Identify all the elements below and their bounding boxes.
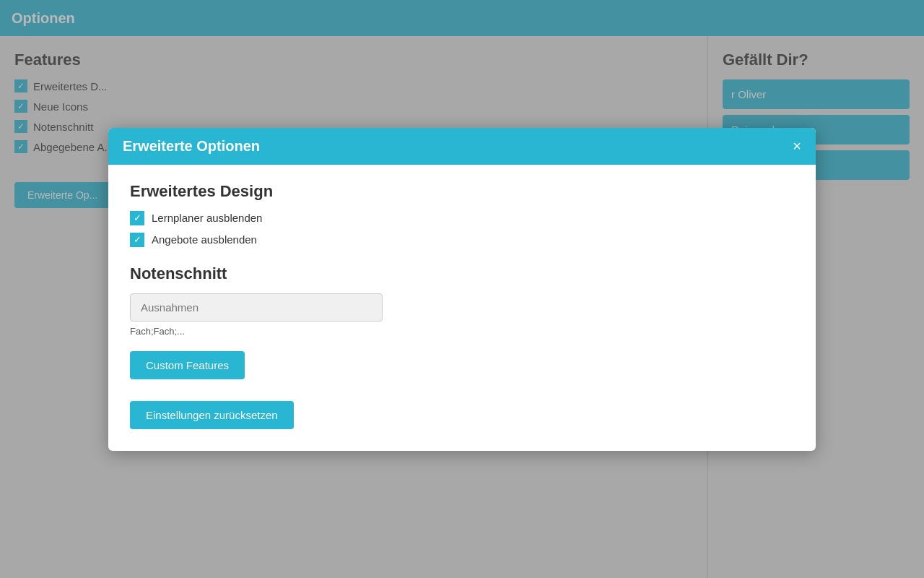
lernplaner-row: Lernplaner ausblenden <box>130 211 794 225</box>
custom-features-button[interactable]: Custom Features <box>130 351 245 379</box>
modal-header: Erweiterte Optionen × <box>108 128 816 165</box>
modal-title: Erweiterte Optionen <box>123 138 260 155</box>
erweitertes-design-section: Erweitertes Design Lernplaner ausblenden… <box>130 182 794 247</box>
reset-button[interactable]: Einstellungen zurücksetzen <box>130 401 294 429</box>
ausnahmen-hint: Fach;Fach;... <box>130 326 794 337</box>
modal-dialog: Erweiterte Optionen × Erweitertes Design… <box>108 128 816 451</box>
modal-close-button[interactable]: × <box>793 139 801 153</box>
modal-overlay: Erweiterte Optionen × Erweitertes Design… <box>0 0 924 578</box>
angebote-checkbox[interactable] <box>130 233 144 247</box>
angebote-row: Angebote ausblenden <box>130 233 794 247</box>
angebote-label: Angebote ausblenden <box>152 233 257 246</box>
notenschnitt-heading: Notenschnitt <box>130 264 794 283</box>
erweitertes-heading: Erweitertes Design <box>130 182 794 201</box>
lernplaner-checkbox[interactable] <box>130 211 144 225</box>
notenschnitt-section: Notenschnitt Fach;Fach;... Custom Featur… <box>130 264 794 379</box>
ausnahmen-input[interactable] <box>130 293 383 322</box>
lernplaner-label: Lernplaner ausblenden <box>152 212 262 224</box>
modal-body: Erweitertes Design Lernplaner ausblenden… <box>108 165 816 451</box>
